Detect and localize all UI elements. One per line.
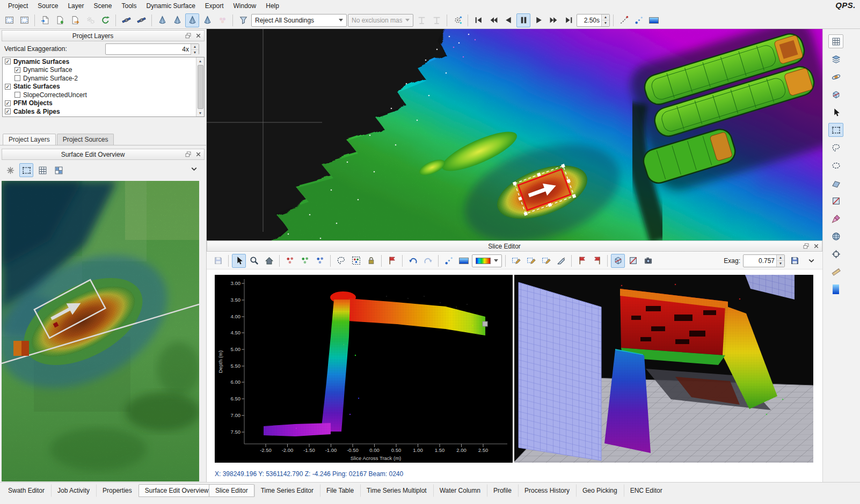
auto-processing-button[interactable] <box>450 13 464 27</box>
spin-down-icon[interactable]: ▼ <box>602 20 609 26</box>
scrollbar-thumb[interactable] <box>198 65 203 109</box>
tab-time-series-multiplot[interactable]: Time Series Multiplot <box>360 484 433 497</box>
float-panel-button[interactable] <box>184 31 193 40</box>
tab-profile[interactable]: Profile <box>487 484 518 497</box>
select-ellipse-tool-button[interactable] <box>828 158 843 172</box>
select-rect-tool-button[interactable] <box>828 123 843 137</box>
spin-up-icon[interactable]: ▲ <box>191 44 199 50</box>
menu-dynamic-surface[interactable]: Dynamic Surface <box>141 1 200 11</box>
spline-filter-button[interactable] <box>617 13 631 27</box>
export-button[interactable] <box>68 13 82 27</box>
tab-geo-picking[interactable]: Geo Picking <box>576 484 624 497</box>
menu-layer[interactable]: Layer <box>63 1 89 11</box>
snapshot-button[interactable] <box>641 254 655 268</box>
grid-tool-alt-button[interactable] <box>429 13 443 27</box>
checkbox[interactable]: ✓ <box>5 108 11 114</box>
menu-tools[interactable]: Tools <box>116 1 141 11</box>
layers-button[interactable] <box>828 52 843 66</box>
restore-soundings-button[interactable] <box>313 254 327 268</box>
marquee-zoom-button[interactable] <box>2 13 16 27</box>
menu-scene[interactable]: Scene <box>89 1 116 11</box>
3d-editor-button[interactable] <box>185 13 199 27</box>
flag-pick-button[interactable] <box>385 254 399 268</box>
close-panel-button[interactable] <box>812 242 821 251</box>
tab-properties[interactable]: Properties <box>96 484 139 497</box>
spin-down-icon[interactable]: ▼ <box>191 50 199 55</box>
rotate-box-button[interactable] <box>828 87 843 101</box>
clip-plane-button[interactable] <box>626 254 640 268</box>
tree-item-pfm-objects[interactable]: ✓PFM Objects <box>3 99 204 108</box>
colorbar-button[interactable] <box>457 254 471 268</box>
slice-plot-canvas[interactable]: 3.00 3.50 4.00 4.50 5.00 5.50 6.00 6.50 … <box>215 275 513 463</box>
color-scale-button[interactable] <box>647 13 661 27</box>
profile-view-button[interactable] <box>828 176 843 190</box>
sound-velocity-button[interactable] <box>134 13 148 27</box>
clean-tool-button[interactable] <box>828 211 843 225</box>
tree-item-cables-pipes[interactable]: ✓Cables & Pipes <box>3 107 204 116</box>
swath-editor-button[interactable] <box>155 13 169 27</box>
float-panel-button[interactable] <box>801 242 811 251</box>
reprocess-button[interactable] <box>98 13 112 27</box>
checkbox[interactable]: ✓ <box>5 59 11 64</box>
lasso-select-button[interactable] <box>334 254 348 268</box>
checkbox[interactable]: ✓ <box>5 84 11 90</box>
scroll-up-icon[interactable]: ▲ <box>199 57 202 64</box>
step-back-button[interactable] <box>501 13 515 27</box>
accept-soundings-button[interactable] <box>298 254 312 268</box>
menu-export[interactable]: Export <box>200 1 229 11</box>
measure-button[interactable] <box>828 265 843 279</box>
tab-process-history[interactable]: Process History <box>518 484 576 497</box>
close-panel-button[interactable] <box>194 150 203 159</box>
tree-item-slopecorrecteduncert[interactable]: SlopeCorrectedUncert <box>3 91 204 99</box>
save-button[interactable] <box>211 254 225 268</box>
menu-project[interactable]: Project <box>3 1 33 11</box>
save-view-button[interactable] <box>788 254 801 268</box>
tab-job-activity[interactable]: Job Activity <box>51 484 96 497</box>
add-file-button[interactable] <box>53 13 67 27</box>
tree-item-dynamic-surfaces[interactable]: ✓Dynamic Surfaces <box>3 57 204 66</box>
select-rect-button[interactable] <box>19 163 33 177</box>
scroll-down-icon[interactable]: ▼ <box>199 109 202 116</box>
select-lasso-tool-button[interactable] <box>828 141 843 155</box>
fit-view-button[interactable] <box>3 163 17 177</box>
home-view-button[interactable] <box>262 254 276 268</box>
tab-water-column[interactable]: Water Column <box>433 484 487 497</box>
exag-spinner[interactable]: 0.757 ▲▼ <box>743 254 785 267</box>
spin-down-icon[interactable]: ▼ <box>777 261 784 267</box>
tree-item-dynamic-surface[interactable]: ✓Dynamic Surface <box>3 66 204 75</box>
rect-edit-button[interactable] <box>509 254 523 268</box>
menu-help[interactable]: Help <box>261 1 284 11</box>
grid-tool-button[interactable] <box>414 13 428 27</box>
return-flag-button[interactable] <box>590 254 604 268</box>
skip-start-button[interactable] <box>471 13 485 27</box>
track-points-button[interactable] <box>632 13 646 27</box>
exclusion-mask-combo[interactable]: No exclusion mask <box>348 14 413 27</box>
reject-filter-button[interactable] <box>236 13 250 27</box>
track-points-button[interactable] <box>442 254 456 268</box>
colorbar-display-button[interactable] <box>828 282 843 296</box>
slice-3d-canvas[interactable] <box>514 275 813 463</box>
lock-selection-button[interactable] <box>364 254 378 268</box>
cursor-tool-button[interactable] <box>232 254 246 268</box>
grid-display-button[interactable] <box>828 34 843 48</box>
redo-button[interactable] <box>421 254 435 268</box>
processing-settings-button[interactable] <box>83 13 97 27</box>
tab-file-table[interactable]: File Table <box>320 484 360 497</box>
checkbox[interactable] <box>14 75 20 81</box>
points-select-button[interactable] <box>349 254 363 268</box>
menu-window[interactable]: Window <box>229 1 261 11</box>
reject-mode-combo[interactable]: Reject All Soundings <box>251 14 347 27</box>
knife-button[interactable] <box>554 254 568 268</box>
close-panel-button[interactable] <box>194 31 203 40</box>
plot-selection-handle[interactable] <box>483 322 487 326</box>
filter-soundings-button[interactable] <box>215 13 229 27</box>
patch-test-button[interactable] <box>200 13 214 27</box>
menu-source[interactable]: Source <box>33 1 63 11</box>
skip-end-button[interactable] <box>562 13 575 27</box>
undo-button[interactable] <box>406 254 420 268</box>
orbit-view-button[interactable] <box>828 70 843 84</box>
show-grid-button[interactable] <box>35 163 49 177</box>
tab-time-series-editor[interactable]: Time Series Editor <box>254 484 320 497</box>
slice-editor-button[interactable] <box>170 13 184 27</box>
tree-item-static-surfaces[interactable]: ✓Static Surfaces <box>3 83 204 91</box>
